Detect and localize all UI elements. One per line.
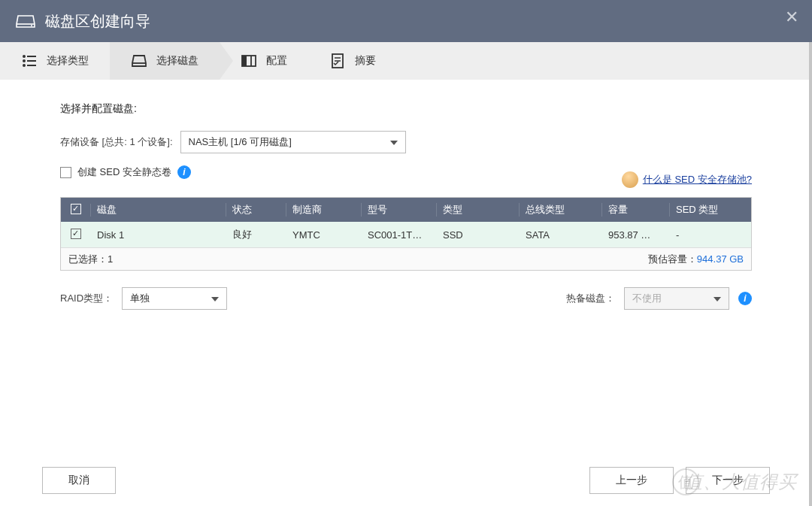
list-icon <box>21 53 38 69</box>
titlebar: 磁盘区创建向导 ✕ <box>0 0 812 42</box>
row-checkbox-cell[interactable] <box>61 229 91 241</box>
storage-device-label: 存储设备 [总共: 1 个设备]: <box>60 135 173 149</box>
step-summary[interactable]: 摘要 <box>308 42 397 80</box>
row-checkbox[interactable] <box>71 229 81 239</box>
close-icon[interactable]: ✕ <box>785 8 798 27</box>
svg-point-1 <box>31 25 32 26</box>
footer-buttons: 取消 上一步 下一步 <box>0 467 812 494</box>
step-label: 选择类型 <box>47 54 89 68</box>
cell-bus: SATA <box>520 229 602 241</box>
svg-rect-10 <box>242 56 247 66</box>
raid-type-label: RAID类型： <box>60 292 113 305</box>
prev-button[interactable]: 上一步 <box>589 467 674 494</box>
col-capacity[interactable]: 容量 <box>602 203 670 217</box>
col-status[interactable]: 状态 <box>226 203 286 217</box>
clipboard-icon <box>329 53 346 69</box>
window-title: 磁盘区创建向导 <box>45 11 150 32</box>
col-manufacturer[interactable]: 制造商 <box>286 203 362 217</box>
header-checkbox-cell[interactable] <box>61 204 91 217</box>
table-header: 磁盘 状态 制造商 型号 类型 总线类型 容量 SED 类型 <box>61 198 751 222</box>
disk-icon <box>15 14 36 29</box>
col-disk[interactable]: 磁盘 <box>91 203 226 217</box>
svg-point-6 <box>23 64 26 67</box>
col-bus[interactable]: 总线类型 <box>520 203 602 217</box>
cell-sed: - <box>670 229 751 241</box>
next-button[interactable]: 下一步 <box>686 467 770 494</box>
cell-capacity: 953.87 … <box>602 229 670 241</box>
step-label: 摘要 <box>355 54 376 68</box>
hot-spare-value: 不使用 <box>632 292 662 305</box>
storage-device-value: NAS主机 [1/6 可用磁盘] <box>189 135 292 149</box>
svg-point-2 <box>23 55 26 58</box>
sed-link-text: 什么是 SED 安全存储池? <box>643 173 752 186</box>
helper-avatar-icon <box>622 171 638 188</box>
header-checkbox[interactable] <box>71 204 81 214</box>
drive-icon <box>131 53 147 69</box>
cell-type: SSD <box>437 229 520 241</box>
cell-model: SC001-1T… <box>362 229 437 241</box>
cell-disk: Disk 1 <box>91 229 226 241</box>
raid-type-select[interactable]: 单独 <box>122 287 227 310</box>
sed-checkbox[interactable] <box>60 167 71 178</box>
hot-spare-select: 不使用 <box>624 287 729 310</box>
table-footer: 已选择：1 预估容量：944.37 GB <box>61 247 751 270</box>
columns-icon <box>241 53 257 69</box>
step-select-disk[interactable]: 选择磁盘 <box>110 42 220 80</box>
info-icon[interactable]: i <box>177 165 191 179</box>
sed-checkbox-label: 创建 SED 安全静态卷 <box>77 165 171 179</box>
content-area: 选择并配置磁盘: 存储设备 [总共: 1 个设备]: NAS主机 [1/6 可用… <box>0 80 812 325</box>
wizard-steps: 选择类型 选择磁盘 配置 摘要 <box>0 42 812 80</box>
info-icon[interactable]: i <box>738 292 752 305</box>
cancel-button[interactable]: 取消 <box>42 467 116 494</box>
section-heading: 选择并配置磁盘: <box>60 102 752 116</box>
cell-manufacturer: YMTC <box>286 229 362 241</box>
raid-type-value: 单独 <box>130 292 150 305</box>
svg-rect-5 <box>27 60 36 62</box>
svg-rect-7 <box>27 65 36 66</box>
step-select-type[interactable]: 选择类型 <box>0 42 110 80</box>
selected-count: 已选择：1 <box>68 253 113 266</box>
storage-device-select[interactable]: NAS主机 [1/6 可用磁盘] <box>180 131 406 153</box>
svg-rect-3 <box>27 56 36 57</box>
cell-status: 良好 <box>226 228 286 241</box>
scrollbar[interactable] <box>809 42 812 506</box>
table-row[interactable]: Disk 1 良好 YMTC SC001-1T… SSD SATA 953.87… <box>61 222 751 247</box>
col-type[interactable]: 类型 <box>437 203 520 217</box>
step-label: 配置 <box>266 54 287 68</box>
col-model[interactable]: 型号 <box>362 203 437 217</box>
col-sed-type[interactable]: SED 类型 <box>670 203 751 217</box>
sed-help-link[interactable]: 什么是 SED 安全存储池? <box>622 171 752 188</box>
disk-table: 磁盘 状态 制造商 型号 类型 总线类型 容量 SED 类型 Disk 1 良好… <box>60 197 752 271</box>
step-label: 选择磁盘 <box>156 54 198 68</box>
estimated-capacity: 预估容量：944.37 GB <box>648 253 744 266</box>
svg-point-4 <box>23 59 26 62</box>
hot-spare-label: 热备磁盘： <box>566 292 615 305</box>
